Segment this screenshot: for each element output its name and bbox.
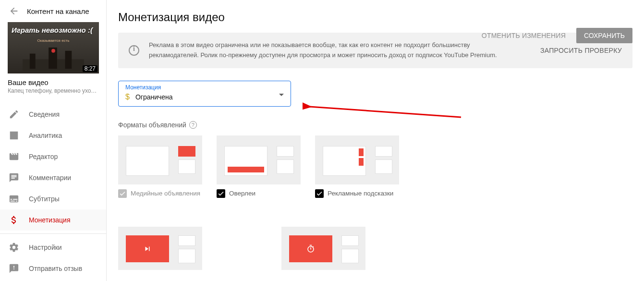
- feedback-icon: [9, 263, 19, 274]
- sidebar-item-analytics[interactable]: Аналитика: [0, 125, 106, 146]
- nav-label: Настройки: [29, 244, 62, 251]
- select-label: Монетизация: [125, 84, 284, 91]
- sidebar-item-editor[interactable]: Редактор: [0, 146, 106, 167]
- skip-icon: [143, 244, 152, 253]
- monetization-select[interactable]: Монетизация $ Ограничена: [118, 81, 291, 107]
- subtitles-icon: [9, 194, 19, 204]
- info-icon: [129, 45, 139, 56]
- sidebar-item-monetization[interactable]: Монетизация: [0, 209, 106, 231]
- format-label: Оверлеи: [229, 190, 255, 197]
- pencil-icon: [9, 109, 19, 120]
- back-row[interactable]: Контент на канале: [0, 6, 106, 20]
- select-value: Ограничена: [135, 93, 173, 101]
- svg-rect-2: [65, 51, 72, 69]
- alert-text: Реклама в этом видео ограничена или не п…: [149, 40, 531, 61]
- format-label: Рекламные подсказки: [328, 190, 393, 197]
- editor-icon: [9, 151, 19, 162]
- comments-icon: [9, 172, 19, 183]
- thumbnail-title: Играть невозможно :(: [12, 26, 95, 34]
- help-icon[interactable]: ?: [189, 121, 197, 129]
- nav-label: Аналитика: [29, 132, 62, 139]
- sidebar-item-settings[interactable]: Настройки: [0, 237, 106, 258]
- sidebar-item-feedback[interactable]: Отправить отзыв: [0, 258, 106, 279]
- format-card-sponsored[interactable]: [315, 135, 399, 184]
- video-thumbnail[interactable]: Играть невозможно :( Оказывается есть 8:…: [8, 22, 99, 73]
- nav-label: Монетизация: [29, 216, 71, 224]
- chevron-down-icon: [279, 94, 284, 96]
- annotation-arrow: [303, 98, 466, 122]
- dollar-icon: [9, 215, 19, 225]
- svg-rect-3: [30, 54, 36, 69]
- format-card-skippable[interactable]: [118, 227, 202, 270]
- video-title: Капец телефону, временно ухожу ...: [0, 86, 106, 100]
- checkbox-sponsored[interactable]: [315, 189, 324, 198]
- format-label: Медийные объявления: [131, 190, 200, 197]
- nav-label: Сведения: [29, 110, 60, 118]
- format-card-overlay[interactable]: [217, 135, 301, 184]
- sidebar-item-subtitles[interactable]: Субтитры: [0, 188, 106, 209]
- gear-icon: [9, 242, 19, 253]
- save-button[interactable]: СОХРАНИТЬ: [576, 28, 632, 43]
- sidebar-item-comments[interactable]: Комментарии: [0, 167, 106, 188]
- your-video-label: Ваше видео: [0, 78, 106, 86]
- svg-line-5: [309, 107, 461, 117]
- request-review-button[interactable]: ЗАПРОСИТЬ ПРОВЕРКУ: [540, 47, 622, 54]
- analytics-icon: [9, 130, 19, 141]
- ad-formats-heading: Форматы объявлений ?: [118, 121, 632, 129]
- nav-label: Комментарии: [29, 174, 71, 182]
- timer-icon: [306, 244, 315, 253]
- thumbnail-subtitle: Оказывается есть: [8, 38, 99, 43]
- checkbox-overlay[interactable]: [217, 189, 225, 198]
- format-card-nonskippable[interactable]: [281, 227, 365, 270]
- nav-label: Отправить отзыв: [29, 265, 82, 272]
- format-card-display[interactable]: [118, 135, 202, 184]
- back-label: Контент на канале: [27, 7, 89, 15]
- page-title: Монетизация видео: [118, 11, 632, 24]
- arrow-left-icon: [9, 6, 19, 16]
- svg-point-4: [51, 49, 55, 53]
- sidebar-item-details[interactable]: Сведения: [0, 104, 106, 125]
- duration-badge: 8:27: [83, 65, 97, 72]
- cancel-button[interactable]: ОТМЕНИТЬ ИЗМЕНЕНИЯ: [475, 28, 572, 43]
- checkbox-display: [118, 189, 127, 198]
- nav-label: Субтитры: [29, 195, 60, 203]
- dollar-icon: $: [125, 93, 130, 101]
- nav-label: Редактор: [29, 153, 58, 160]
